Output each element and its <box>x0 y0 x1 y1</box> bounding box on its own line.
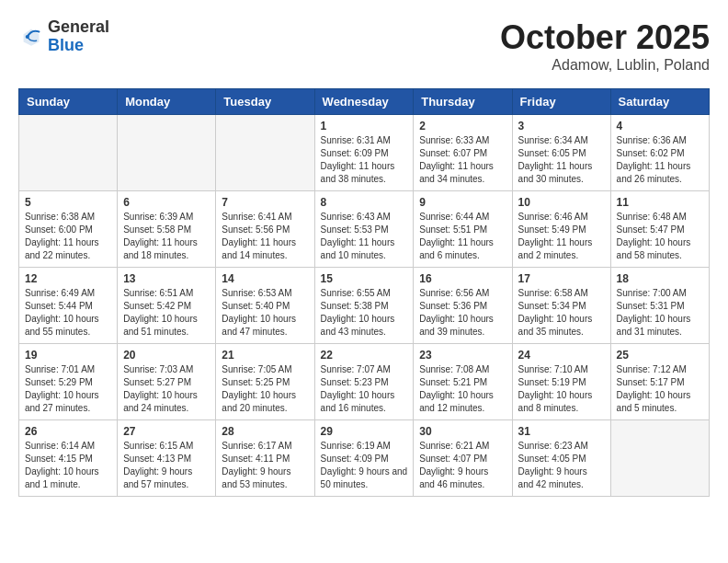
day-info: Sunrise: 7:12 AM Sunset: 5:17 PM Dayligh… <box>617 363 703 415</box>
logo-blue: Blue <box>48 37 109 55</box>
calendar-cell: 4Sunrise: 6:36 AM Sunset: 6:02 PM Daylig… <box>610 115 709 191</box>
calendar-cell: 13Sunrise: 6:51 AM Sunset: 5:42 PM Dayli… <box>118 268 216 344</box>
calendar-cell: 23Sunrise: 7:08 AM Sunset: 5:21 PM Dayli… <box>414 344 512 420</box>
day-number: 11 <box>617 196 703 209</box>
day-number: 1 <box>321 120 408 132</box>
day-number: 16 <box>419 272 506 285</box>
calendar-cell: 24Sunrise: 7:10 AM Sunset: 5:19 PM Dayli… <box>512 344 610 420</box>
location: Adamow, Lublin, Poland <box>500 57 710 74</box>
calendar-cell: 21Sunrise: 7:05 AM Sunset: 5:25 PM Dayli… <box>216 344 314 420</box>
calendar-cell: 3Sunrise: 6:34 AM Sunset: 6:05 PM Daylig… <box>512 115 610 191</box>
day-info: Sunrise: 6:44 AM Sunset: 5:51 PM Dayligh… <box>419 211 506 262</box>
calendar-cell <box>19 115 118 191</box>
weekday-header-wednesday: Wednesday <box>314 89 414 115</box>
calendar-cell: 5Sunrise: 6:38 AM Sunset: 6:00 PM Daylig… <box>19 191 118 268</box>
day-info: Sunrise: 7:01 AM Sunset: 5:29 PM Dayligh… <box>25 363 111 415</box>
day-number: 26 <box>25 425 111 438</box>
day-number: 27 <box>123 425 210 438</box>
calendar-cell: 14Sunrise: 6:53 AM Sunset: 5:40 PM Dayli… <box>216 268 314 344</box>
day-number: 10 <box>518 196 605 209</box>
svg-point-0 <box>26 35 29 39</box>
day-info: Sunrise: 6:23 AM Sunset: 4:05 PM Dayligh… <box>518 440 605 491</box>
title-block: October 2025 Adamow, Lublin, Poland <box>500 18 710 74</box>
day-info: Sunrise: 7:08 AM Sunset: 5:21 PM Dayligh… <box>419 363 506 415</box>
calendar-cell: 30Sunrise: 6:21 AM Sunset: 4:07 PM Dayli… <box>414 420 512 497</box>
day-number: 8 <box>321 196 408 209</box>
day-number: 5 <box>25 196 111 209</box>
day-number: 3 <box>518 120 605 132</box>
logo-text: General Blue <box>48 18 109 55</box>
calendar-cell: 10Sunrise: 6:46 AM Sunset: 5:49 PM Dayli… <box>512 191 610 268</box>
day-info: Sunrise: 6:15 AM Sunset: 4:13 PM Dayligh… <box>123 440 210 491</box>
calendar-cell: 25Sunrise: 7:12 AM Sunset: 5:17 PM Dayli… <box>610 344 709 420</box>
calendar-cell: 7Sunrise: 6:41 AM Sunset: 5:56 PM Daylig… <box>216 191 314 268</box>
day-info: Sunrise: 6:31 AM Sunset: 6:09 PM Dayligh… <box>321 134 408 186</box>
day-number: 6 <box>123 196 210 209</box>
day-number: 29 <box>321 425 408 438</box>
weekday-header-tuesday: Tuesday <box>216 89 314 115</box>
month-title: October 2025 <box>500 18 710 57</box>
day-info: Sunrise: 7:00 AM Sunset: 5:31 PM Dayligh… <box>617 287 703 339</box>
weekday-header-sunday: Sunday <box>19 89 118 115</box>
day-info: Sunrise: 6:55 AM Sunset: 5:38 PM Dayligh… <box>321 287 408 339</box>
day-number: 4 <box>617 120 703 132</box>
calendar-cell: 1Sunrise: 6:31 AM Sunset: 6:09 PM Daylig… <box>314 115 414 191</box>
day-info: Sunrise: 6:14 AM Sunset: 4:15 PM Dayligh… <box>25 440 111 491</box>
day-info: Sunrise: 6:19 AM Sunset: 4:09 PM Dayligh… <box>321 440 408 491</box>
day-info: Sunrise: 6:39 AM Sunset: 5:58 PM Dayligh… <box>123 211 210 262</box>
weekday-header-saturday: Saturday <box>610 89 709 115</box>
calendar-cell <box>216 115 314 191</box>
day-number: 31 <box>518 425 605 438</box>
calendar-cell: 6Sunrise: 6:39 AM Sunset: 5:58 PM Daylig… <box>118 191 216 268</box>
calendar-week-4: 19Sunrise: 7:01 AM Sunset: 5:29 PM Dayli… <box>19 344 710 420</box>
calendar-cell: 27Sunrise: 6:15 AM Sunset: 4:13 PM Dayli… <box>118 420 216 497</box>
day-number: 20 <box>123 349 210 362</box>
day-number: 28 <box>222 425 308 438</box>
day-info: Sunrise: 6:49 AM Sunset: 5:44 PM Dayligh… <box>25 287 111 339</box>
day-number: 17 <box>518 272 605 285</box>
day-info: Sunrise: 6:56 AM Sunset: 5:36 PM Dayligh… <box>419 287 506 339</box>
day-number: 25 <box>617 349 703 362</box>
day-number: 2 <box>419 120 506 132</box>
day-number: 19 <box>25 349 111 362</box>
day-info: Sunrise: 6:58 AM Sunset: 5:34 PM Dayligh… <box>518 287 605 339</box>
calendar-week-3: 12Sunrise: 6:49 AM Sunset: 5:44 PM Dayli… <box>19 268 710 344</box>
calendar-cell: 20Sunrise: 7:03 AM Sunset: 5:27 PM Dayli… <box>118 344 216 420</box>
calendar-cell: 2Sunrise: 6:33 AM Sunset: 6:07 PM Daylig… <box>414 115 512 191</box>
weekday-header-row: SundayMondayTuesdayWednesdayThursdayFrid… <box>19 89 710 115</box>
calendar-cell: 29Sunrise: 6:19 AM Sunset: 4:09 PM Dayli… <box>314 420 414 497</box>
calendar-cell: 8Sunrise: 6:43 AM Sunset: 5:53 PM Daylig… <box>314 191 414 268</box>
day-number: 21 <box>222 349 308 362</box>
logo: General Blue <box>18 18 109 55</box>
day-number: 7 <box>222 196 308 209</box>
day-info: Sunrise: 6:36 AM Sunset: 6:02 PM Dayligh… <box>617 134 703 186</box>
calendar-week-2: 5Sunrise: 6:38 AM Sunset: 6:00 PM Daylig… <box>19 191 710 268</box>
calendar-cell: 31Sunrise: 6:23 AM Sunset: 4:05 PM Dayli… <box>512 420 610 497</box>
day-number: 22 <box>321 349 408 362</box>
calendar-cell: 18Sunrise: 7:00 AM Sunset: 5:31 PM Dayli… <box>610 268 709 344</box>
day-info: Sunrise: 6:53 AM Sunset: 5:40 PM Dayligh… <box>222 287 308 339</box>
day-number: 23 <box>419 349 506 362</box>
day-number: 12 <box>25 272 111 285</box>
calendar-cell: 15Sunrise: 6:55 AM Sunset: 5:38 PM Dayli… <box>314 268 414 344</box>
calendar-cell <box>610 420 709 497</box>
day-info: Sunrise: 6:33 AM Sunset: 6:07 PM Dayligh… <box>419 134 506 186</box>
day-info: Sunrise: 6:48 AM Sunset: 5:47 PM Dayligh… <box>617 211 703 262</box>
day-info: Sunrise: 6:38 AM Sunset: 6:00 PM Dayligh… <box>25 211 111 262</box>
day-info: Sunrise: 6:34 AM Sunset: 6:05 PM Dayligh… <box>518 134 605 186</box>
day-info: Sunrise: 7:03 AM Sunset: 5:27 PM Dayligh… <box>123 363 210 415</box>
calendar-cell: 11Sunrise: 6:48 AM Sunset: 5:47 PM Dayli… <box>610 191 709 268</box>
day-info: Sunrise: 6:43 AM Sunset: 5:53 PM Dayligh… <box>321 211 408 262</box>
calendar-week-1: 1Sunrise: 6:31 AM Sunset: 6:09 PM Daylig… <box>19 115 710 191</box>
calendar-cell: 22Sunrise: 7:07 AM Sunset: 5:23 PM Dayli… <box>314 344 414 420</box>
weekday-header-thursday: Thursday <box>414 89 512 115</box>
calendar-cell: 12Sunrise: 6:49 AM Sunset: 5:44 PM Dayli… <box>19 268 118 344</box>
day-number: 14 <box>222 272 308 285</box>
calendar-cell: 17Sunrise: 6:58 AM Sunset: 5:34 PM Dayli… <box>512 268 610 344</box>
calendar-cell: 26Sunrise: 6:14 AM Sunset: 4:15 PM Dayli… <box>19 420 118 497</box>
day-info: Sunrise: 6:21 AM Sunset: 4:07 PM Dayligh… <box>419 440 506 491</box>
calendar-table: SundayMondayTuesdayWednesdayThursdayFrid… <box>18 88 710 497</box>
calendar-week-5: 26Sunrise: 6:14 AM Sunset: 4:15 PM Dayli… <box>19 420 710 497</box>
day-number: 24 <box>518 349 605 362</box>
day-number: 18 <box>617 272 703 285</box>
